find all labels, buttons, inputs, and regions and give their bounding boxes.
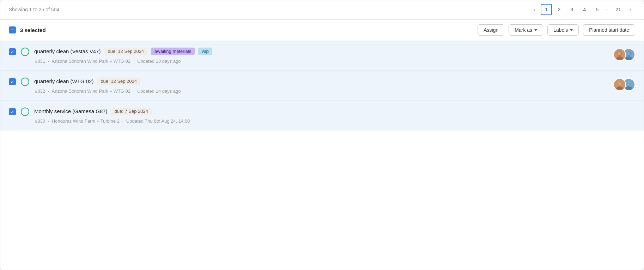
item-2-dot-2: · xyxy=(133,88,136,94)
checkmark-icon: ✓ xyxy=(11,50,14,54)
item-3-number: #830 xyxy=(35,118,45,124)
selected-count-label: 3 selected xyxy=(20,27,46,33)
work-orders-list: ✓ quarterly clean (Vestas V47) due: 12 S… xyxy=(0,41,644,130)
item-3-title-row: Monthly service (Gamesa G87) due: 7 Sep … xyxy=(34,108,635,115)
svg-rect-8 xyxy=(627,54,628,54)
pagination-bar: Showing 1 to 25 of 504 ‹ 1 2 3 4 5 ··· 2… xyxy=(0,0,644,19)
checkmark-icon: ✓ xyxy=(11,110,14,114)
item-1-location: Arizona Sonoran Wind Park » WTG 02 xyxy=(52,59,130,64)
page-21-button[interactable]: 21 xyxy=(613,4,624,15)
prev-page-button[interactable]: ‹ xyxy=(529,5,539,14)
item-2-meta: #832 · Arizona Sonoran Wind Park » WTG 0… xyxy=(34,88,635,94)
pagination-dots: ··· xyxy=(604,7,611,12)
work-order-item-2: ✓ quarterly clean (WTG 02) due: 12 Sep 2… xyxy=(0,70,644,100)
svg-point-3 xyxy=(618,52,621,55)
item-1-dot-2: · xyxy=(133,59,136,64)
avatar-1-face-svg xyxy=(614,49,625,60)
assign-button[interactable]: Assign xyxy=(478,24,504,36)
item-3-due-badge: due: 7 Sep 2024 xyxy=(111,108,152,115)
labels-chevron-icon xyxy=(570,29,573,31)
item-1-content: quarterly clean (Vestas V47) due: 12 Sep… xyxy=(34,48,635,64)
item-2-status-circle[interactable] xyxy=(21,78,29,86)
item-1-checkbox[interactable]: ✓ xyxy=(9,48,16,55)
avatar-1b-face-svg xyxy=(614,79,625,90)
page-2-button[interactable]: 2 xyxy=(553,4,565,15)
selection-toolbar: 3 selected Assign Mark as Labels Planned… xyxy=(0,19,644,41)
next-page-button[interactable]: › xyxy=(625,5,635,14)
item-2-checkbox[interactable]: ✓ xyxy=(9,78,16,85)
planned-start-date-button[interactable]: Planned start date xyxy=(583,24,635,36)
work-order-item-1: ✓ quarterly clean (Vestas V47) due: 12 S… xyxy=(0,41,644,70)
item-1-meta: #831 · Arizona Sonoran Wind Park » WTG 0… xyxy=(34,59,635,64)
item-1-updated: Updated 13 days ago xyxy=(137,59,181,64)
svg-rect-17 xyxy=(629,84,631,84)
svg-rect-9 xyxy=(629,54,631,54)
item-1-label-wip[interactable]: wip xyxy=(198,48,212,55)
mark-as-chevron-icon xyxy=(534,29,537,31)
item-1-label-awaiting[interactable]: awaiting materials xyxy=(151,48,195,55)
mark-as-button[interactable]: Mark as xyxy=(509,24,543,36)
item-3-location: Honduras Wind Farm » Turbine 2 xyxy=(52,118,120,124)
item-3-meta: #830 · Honduras Wind Farm » Turbine 2 · … xyxy=(34,118,635,124)
item-3-checkbox[interactable]: ✓ xyxy=(9,108,16,115)
item-2-dot-1: · xyxy=(48,88,50,94)
item-1-number: #831 xyxy=(35,59,45,64)
svg-point-11 xyxy=(618,82,621,85)
item-2-avatars xyxy=(613,78,635,91)
item-3-dot-2: · xyxy=(122,118,125,124)
item-2-title[interactable]: quarterly clean (WTG 02) xyxy=(34,78,93,84)
work-order-item-3: ✓ Monthly service (Gamesa G87) due: 7 Se… xyxy=(0,100,644,130)
assign-label: Assign xyxy=(484,27,498,33)
page-5-button[interactable]: 5 xyxy=(591,4,603,15)
item-3-content: Monthly service (Gamesa G87) due: 7 Sep … xyxy=(34,108,635,124)
item-2-content: quarterly clean (WTG 02) due: 12 Sep 202… xyxy=(34,78,635,94)
select-all-checkbox[interactable] xyxy=(9,26,16,33)
item-1-dot-1: · xyxy=(48,59,50,64)
page-3-button[interactable]: 3 xyxy=(566,4,577,15)
pagination-controls: ‹ 1 2 3 4 5 ··· 21 › xyxy=(529,4,635,15)
checkmark-icon: ✓ xyxy=(11,80,14,84)
item-1-title-row: quarterly clean (Vestas V47) due: 12 Sep… xyxy=(34,48,635,55)
item-3-status-circle[interactable] xyxy=(21,108,29,116)
item-3-updated: Updated Thu 8th Aug 24, 14:00 xyxy=(126,118,190,124)
item-1-avatar-1 xyxy=(613,48,626,61)
svg-rect-16 xyxy=(627,84,628,84)
indeterminate-dash xyxy=(11,30,14,30)
page-1-button[interactable]: 1 xyxy=(541,4,552,15)
planned-start-label: Planned start date xyxy=(589,27,629,33)
item-1-status-circle[interactable] xyxy=(21,48,29,56)
item-1-title[interactable]: quarterly clean (Vestas V47) xyxy=(34,48,101,54)
item-1-avatars xyxy=(613,48,635,61)
item-2-number: #832 xyxy=(35,88,45,94)
labels-label: Labels xyxy=(553,27,568,33)
item-3-title[interactable]: Monthly service (Gamesa G87) xyxy=(34,108,108,114)
item-2-location: Arizona Sonoran Wind Park » WTG 02 xyxy=(52,88,130,94)
page-4-button[interactable]: 4 xyxy=(579,4,590,15)
item-2-updated: Updated 14 days ago xyxy=(137,88,181,94)
item-2-title-row: quarterly clean (WTG 02) due: 12 Sep 202… xyxy=(34,78,635,85)
item-2-avatar-1 xyxy=(613,78,626,91)
item-3-dot-1: · xyxy=(48,118,50,124)
mark-as-label: Mark as xyxy=(515,27,532,33)
item-1-due-badge: due: 12 Sep 2024 xyxy=(104,48,147,55)
main-container: Showing 1 to 25 of 504 ‹ 1 2 3 4 5 ··· 2… xyxy=(0,0,644,270)
pagination-info: Showing 1 to 25 of 504 xyxy=(9,7,59,12)
item-2-due-badge: due: 12 Sep 2024 xyxy=(97,78,140,85)
labels-button[interactable]: Labels xyxy=(547,24,579,36)
